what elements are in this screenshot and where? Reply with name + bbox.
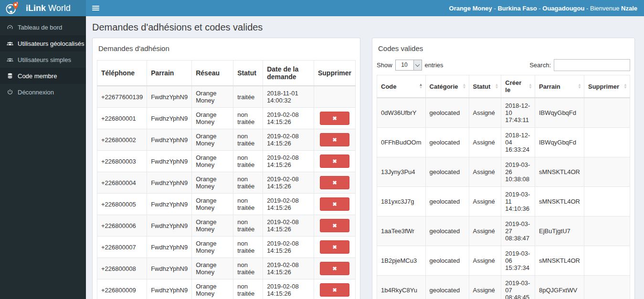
cell-supprimer <box>584 98 630 128</box>
users-icon <box>7 40 13 47</box>
close-icon: ✖ <box>332 287 337 293</box>
delete-button[interactable]: ✖ <box>320 133 349 146</box>
delete-button[interactable]: ✖ <box>320 283 349 297</box>
cell-parrain: FwdhzYphN9 <box>147 108 192 129</box>
delete-button[interactable]: ✖ <box>320 240 349 254</box>
sidebar-item-deconnexion[interactable]: Déconnexion <box>0 84 86 100</box>
cell-statut: non traitée <box>233 151 263 172</box>
cell-date: 2019-02-08 14:15:26 <box>263 172 314 194</box>
cell-parrain: sMNSKTL4OR <box>535 246 584 276</box>
cell-parrain: sMNSKTL4OR <box>535 187 584 217</box>
hamburger-icon[interactable] <box>86 0 105 16</box>
cell-creer-le: 2019-03-07 08:48:45 <box>501 276 535 299</box>
close-icon: ✖ <box>332 201 337 207</box>
cell-telephone: +226800006 <box>97 215 147 237</box>
cell-statut: non traitée <box>233 279 263 299</box>
cell-date: 2019-02-08 14:15:26 <box>263 215 314 237</box>
cell-date: 2019-02-08 14:15:26 <box>263 279 314 299</box>
delete-button[interactable]: ✖ <box>320 176 349 189</box>
cell-date: 2019-02-08 14:15:26 <box>263 194 314 215</box>
cell-parrain: FwdhzYphN9 <box>147 129 192 151</box>
cell-code: 0dW36UfbrY <box>377 98 426 128</box>
users-icon <box>7 56 13 63</box>
sortable-column-header[interactable]: Statut ▲▼ <box>469 75 501 98</box>
cell-statut: non traitée <box>233 172 263 194</box>
cell-statut: Assigné <box>469 128 501 157</box>
cell-reseau: Orange Money <box>192 215 233 237</box>
sort-icon[interactable]: ▲▼ <box>463 83 466 89</box>
sortable-column-header[interactable]: Supprimer ▲▼ <box>584 75 630 98</box>
column-header: Date de la demande <box>263 61 314 86</box>
user-info-part: Orange Money <box>449 5 492 12</box>
sortable-column-header[interactable]: Créer le ▲▼ <box>501 75 535 98</box>
delete-button[interactable]: ✖ <box>320 219 349 232</box>
cell-reseau: Orange Money <box>192 86 233 108</box>
codes-table: Code ▲▼ Catégorie ▲▼ Statut ▲▼ Créer le … <box>377 75 630 299</box>
cell-telephone: +226800004 <box>97 172 147 194</box>
entries-select[interactable]: 10 <box>395 60 422 71</box>
cell-date: 2018-11-01 14:00:32 <box>263 86 314 108</box>
cell-supprimer: ✖ <box>314 258 355 279</box>
sidebar-item-tableau-de-bord[interactable]: Tableau de bord <box>0 19 86 35</box>
cell-categorie: geolocated <box>425 276 469 299</box>
column-header: Réseau <box>192 61 233 86</box>
sortable-column-header[interactable]: Code ▲▼ <box>377 75 426 98</box>
sortable-column-header[interactable]: Parrain ▲▼ <box>535 75 584 98</box>
close-icon: ✖ <box>332 223 337 228</box>
cell-telephone: +22677600139 <box>97 86 147 108</box>
cell-supprimer: ✖ <box>314 279 355 299</box>
cell-date: 2019-02-08 14:15:26 <box>263 151 314 172</box>
cell-creer-le: 2019-03-11 14:10:36 <box>501 187 535 217</box>
delete-button[interactable]: ✖ <box>320 112 349 125</box>
cell-telephone: +226800009 <box>97 279 147 299</box>
sidebar-item-code-membre[interactable]: Code membre <box>0 68 86 84</box>
table-row: +226800007 FwdhzYphN9 Orange Money non t… <box>97 237 356 258</box>
search-input[interactable] <box>554 59 630 71</box>
cell-parrain: IBWqyGbqFd <box>535 128 584 157</box>
cell-parrain: IBWqyGbqFd <box>535 98 584 128</box>
table-row: +226800004 FwdhzYphN9 Orange Money non t… <box>97 172 356 194</box>
table-row: +226800009 FwdhzYphN9 Orange Money non t… <box>97 279 356 299</box>
cell-supprimer <box>584 128 630 157</box>
close-icon: ✖ <box>332 244 337 250</box>
table-row: 0dW36UfbrY geolocated Assigné 2018-12-10… <box>377 98 630 128</box>
cell-code: 181yxc3J7g <box>377 187 426 217</box>
panel-title-codes: Codes valides <box>372 38 634 52</box>
sort-icon[interactable]: ▲▼ <box>495 83 498 89</box>
delete-button[interactable]: ✖ <box>320 197 349 211</box>
panel-title-demandes: Demandes d'adhésion <box>93 38 360 52</box>
sort-icon[interactable]: ▲▼ <box>623 83 627 89</box>
sort-icon[interactable]: ▲▼ <box>419 83 423 89</box>
brand[interactable]: $ iLink World <box>0 0 86 16</box>
sort-icon[interactable]: ▲▼ <box>528 83 532 89</box>
sort-icon[interactable]: ▲▼ <box>578 83 581 89</box>
cell-parrain: FwdhzYphN9 <box>147 215 192 237</box>
cell-categorie: geolocated <box>425 187 469 217</box>
cell-supprimer: ✖ <box>314 215 355 237</box>
sidebar-item-utilisateurs-geolocalises[interactable]: Utilisateurs géolocalisés <box>0 35 86 52</box>
sidebar-item-utilisateurs-simples[interactable]: Utilisateurs simples <box>0 52 86 68</box>
cell-supprimer: ✖ <box>314 194 355 215</box>
power-icon <box>7 89 13 95</box>
delete-button[interactable]: ✖ <box>320 155 349 168</box>
top-navbar: $ iLink World Orange Money - Burkina Fas… <box>0 0 644 16</box>
entries-label: entries <box>425 62 443 69</box>
delete-button[interactable]: ✖ <box>320 262 349 275</box>
column-header: Statut <box>233 61 263 86</box>
cell-categorie: geolocated <box>425 98 469 128</box>
cell-parrain: 8pQJGFxtWV <box>535 276 584 299</box>
cell-categorie: geolocated <box>425 157 469 187</box>
close-icon: ✖ <box>332 115 337 121</box>
cell-supprimer <box>584 157 630 187</box>
table-row: +226800002 FwdhzYphN9 Orange Money non t… <box>97 129 356 151</box>
cell-code: 13Jyny3Pu4 <box>377 157 426 187</box>
table-row: 0FFhBudOOm geolocated Assigné 2018-12-04… <box>377 128 630 157</box>
column-header: Parrain <box>147 61 192 86</box>
cell-telephone: +226800003 <box>97 151 147 172</box>
sortable-column-header[interactable]: Catégorie ▲▼ <box>425 75 469 98</box>
table-row: 1aaTee3fWr geolocated Assigné 2019-03-27… <box>377 217 630 246</box>
cell-supprimer <box>584 276 630 299</box>
cell-creer-le: 2018-12-10 17:43:11 <box>501 98 535 128</box>
table-row: +226800003 FwdhzYphN9 Orange Money non t… <box>97 151 356 172</box>
cell-parrain: sMNSKTL4OR <box>535 157 584 187</box>
